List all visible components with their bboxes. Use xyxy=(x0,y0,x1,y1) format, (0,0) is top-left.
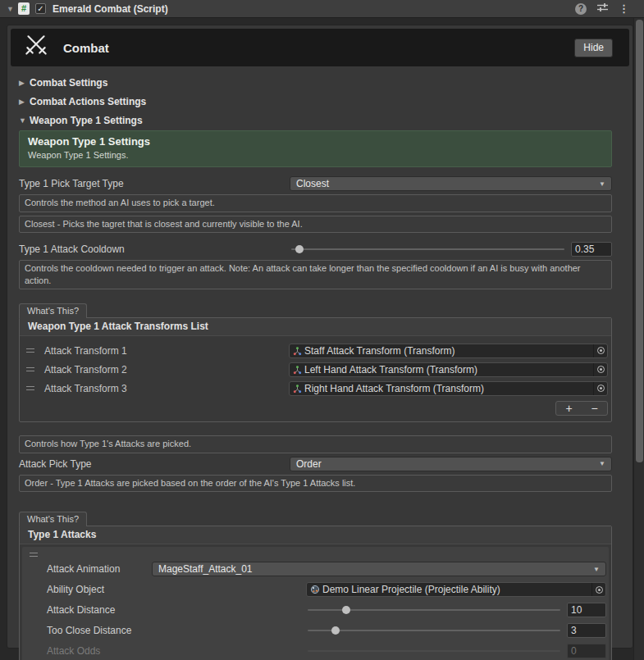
object-field[interactable]: Right Hand Attack Transform (Transform) xyxy=(289,381,608,396)
help-box-attacks-picked: Controls how Type 1's Attacks are picked… xyxy=(19,435,612,453)
attack-cooldown-slider[interactable] xyxy=(290,242,566,257)
chevron-right-icon: ▶ xyxy=(19,79,30,87)
component-header: ▼ # ✓ Emerald Combat (Script) ? ⋮ xyxy=(0,0,644,18)
foldout-combat-actions-settings[interactable]: ▶ Combat Actions Settings xyxy=(19,92,612,111)
csharp-script-icon: # xyxy=(18,2,30,15)
slider-knob[interactable] xyxy=(295,245,304,253)
page-title: Combat xyxy=(63,41,574,55)
component-foldout-arrow-icon[interactable]: ▼ xyxy=(7,5,18,13)
remove-element-button[interactable]: − xyxy=(582,402,607,415)
whats-this-button[interactable]: What's This? xyxy=(19,512,87,526)
drag-handle[interactable] xyxy=(26,367,34,371)
help-box-pick-method: Controls the method an AI uses to pick a… xyxy=(19,194,612,212)
ability-object-icon xyxy=(310,585,320,594)
attack-odds-field: 0 xyxy=(567,644,606,658)
transform-icon xyxy=(293,346,302,356)
row-label: Attack Transform 3 xyxy=(44,383,289,394)
object-picker-button[interactable] xyxy=(593,382,607,395)
scrollbar-track[interactable] xyxy=(633,18,644,660)
attack-animation-dropdown[interactable]: MageStaff_Attack_01 ▼ xyxy=(152,562,606,576)
dropdown-value: Order xyxy=(296,458,322,470)
combat-banner: Combat Hide xyxy=(11,29,629,66)
object-field[interactable]: Left Hand Attack Transform (Transform) xyxy=(289,362,608,377)
attack-pick-type-dropdown[interactable]: Order ▼ xyxy=(290,457,612,471)
dropdown-arrow-icon: ▼ xyxy=(593,566,600,573)
section-title: Weapon Type 1 Settings xyxy=(28,135,603,148)
too-close-distance-slider[interactable] xyxy=(306,623,562,638)
drag-handle[interactable] xyxy=(30,553,38,557)
help-box-closest: Closest - Picks the tagret that is close… xyxy=(19,216,612,234)
attack-animation-label: Attack Animation xyxy=(47,563,152,575)
attack-distance-label: Attack Distance xyxy=(47,604,306,616)
pick-target-type-dropdown[interactable]: Closest ▼ xyxy=(290,176,612,191)
object-field-value: Staff Attack Transform (Transform) xyxy=(304,345,593,357)
object-picker-icon xyxy=(597,347,605,354)
foldout-combat-settings[interactable]: ▶ Combat Settings xyxy=(19,73,612,92)
slider-track[interactable] xyxy=(291,248,564,250)
attack-cooldown-field[interactable]: 0.35 xyxy=(571,242,612,257)
object-field-value: Left Hand Attack Transform (Transform) xyxy=(304,364,593,376)
object-picker-button[interactable] xyxy=(593,363,607,376)
section-subtitle: Weapon Type 1 Settings. xyxy=(28,150,603,160)
combat-swords-icon xyxy=(22,32,50,63)
component-title: Emerald Combat (Script) xyxy=(53,3,575,15)
attack-transforms-listbox: Weapon Type 1 Attack Transforms List Att… xyxy=(19,317,612,422)
dropdown-value: Closest xyxy=(296,178,329,189)
help-icon[interactable]: ? xyxy=(575,3,587,15)
table-row: Attack Transform 1 xyxy=(23,341,608,360)
help-box-order: Order - Type 1 Attacks are picked based … xyxy=(19,475,612,493)
pick-target-type-label: Type 1 Pick Target Type xyxy=(19,178,290,189)
foldout-weapon-type-1-settings[interactable]: ▼ Weapon Type 1 Settings xyxy=(19,111,612,130)
attack-distance-field[interactable]: 10 xyxy=(567,603,606,617)
hide-button[interactable]: Hide xyxy=(574,39,613,57)
attack-odds-slider xyxy=(306,644,562,658)
add-element-button[interactable]: + xyxy=(556,402,582,415)
object-picker-icon xyxy=(597,366,605,373)
row-label: Attack Transform 1 xyxy=(44,345,289,357)
combat-editor-panel: Combat Hide ▶ Combat Settings ▶ Combat A… xyxy=(7,25,633,649)
too-close-distance-field[interactable]: 3 xyxy=(567,623,606,638)
foldout-label: Combat Settings xyxy=(30,77,107,89)
slider-knob[interactable] xyxy=(331,626,340,635)
help-box-cooldown: Controls the cooldown needed to trigger … xyxy=(19,260,612,289)
object-picker-button[interactable] xyxy=(593,344,607,357)
slider-knob[interactable] xyxy=(342,606,350,614)
attack-list-element: Attack Animation MageStaff_Attack_01 ▼ A… xyxy=(22,547,609,660)
table-row: Attack Transform 2 xyxy=(23,360,608,379)
attack-distance-slider[interactable] xyxy=(306,603,562,617)
drag-handle[interactable] xyxy=(26,386,34,390)
foldout-label: Weapon Type 1 Settings xyxy=(30,115,143,126)
attack-pick-type-label: Attack Pick Type xyxy=(19,458,290,470)
drag-handle[interactable] xyxy=(26,348,34,353)
presets-icon[interactable] xyxy=(596,2,609,16)
object-field-value: Right Hand Attack Transform (Transform) xyxy=(304,383,593,394)
too-close-distance-label: Too Close Distance xyxy=(47,625,306,636)
transform-icon xyxy=(293,384,302,394)
dropdown-value: MageStaff_Attack_01 xyxy=(158,563,253,575)
chevron-right-icon: ▶ xyxy=(19,98,30,106)
table-row: Attack Transform 3 xyxy=(23,379,608,398)
object-field[interactable]: Staff Attack Transform (Transform) xyxy=(289,344,608,358)
ability-object-field[interactable]: Demo Linear Projectile (Projectile Abili… xyxy=(306,582,606,597)
scrollbar-thumb[interactable] xyxy=(636,20,643,462)
foldout-label: Combat Actions Settings xyxy=(30,96,146,107)
chevron-down-icon: ▼ xyxy=(19,116,30,125)
object-field-value: Demo Linear Projectile (Projectile Abili… xyxy=(322,584,591,595)
section-info-box: Weapon Type 1 Settings Weapon Type 1 Set… xyxy=(19,130,612,167)
attack-transforms-list-title: Weapon Type 1 Attack Transforms List xyxy=(20,318,611,336)
slider-track xyxy=(308,650,560,652)
object-picker-button[interactable] xyxy=(591,583,605,596)
object-picker-icon xyxy=(597,385,605,392)
slider-track[interactable] xyxy=(308,630,560,631)
dropdown-arrow-icon: ▼ xyxy=(599,180,605,188)
row-label: Attack Transform 2 xyxy=(44,364,289,376)
whats-this-button[interactable]: What's This? xyxy=(19,303,87,318)
component-enabled-checkbox[interactable]: ✓ xyxy=(35,3,46,14)
kebab-menu-icon[interactable]: ⋮ xyxy=(619,2,629,15)
type-1-attacks-listbox: Type 1 Attacks Attack Animation MageStaf… xyxy=(19,526,612,660)
ability-object-label: Ability Object xyxy=(47,584,306,595)
transform-icon xyxy=(293,365,302,375)
attack-cooldown-label: Type 1 Attack Cooldown xyxy=(19,244,290,255)
dropdown-arrow-icon: ▼ xyxy=(599,460,605,467)
type-1-attacks-title: Type 1 Attacks xyxy=(20,526,611,544)
